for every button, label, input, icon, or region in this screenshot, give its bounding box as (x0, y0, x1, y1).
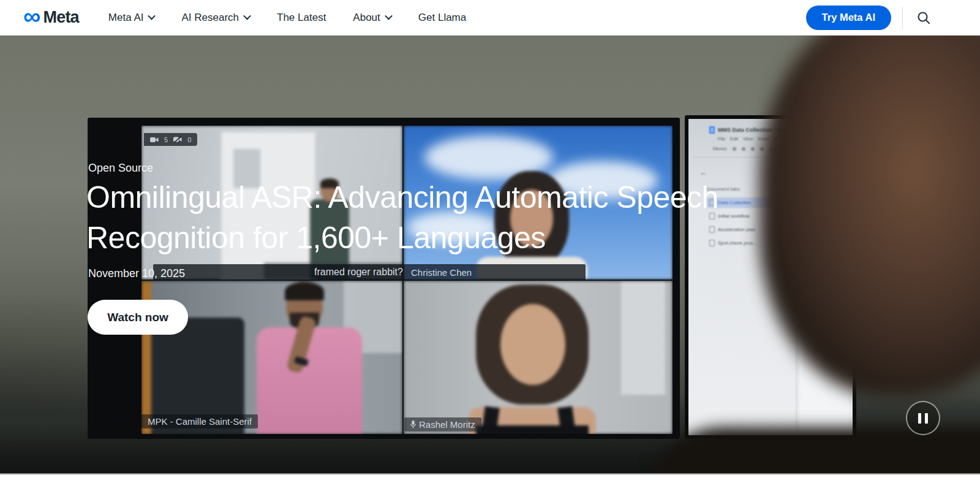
nav-links: Meta AI AI Research The Latest About Get… (108, 12, 466, 24)
pause-button[interactable] (906, 401, 940, 435)
chevron-down-icon (385, 12, 393, 20)
try-meta-ai-label: Try Meta AI (822, 12, 875, 23)
nav-item-the-latest[interactable]: The Latest (277, 12, 326, 24)
date-label: November 10, 2025 (88, 267, 185, 280)
meta-infinity-icon: ∞ (23, 7, 41, 25)
nav-item-label: About (353, 12, 380, 24)
page: ∞ Meta Meta AI AI Research The Latest Ab… (0, 0, 980, 491)
chevron-down-icon (148, 12, 156, 20)
hero-video: MMS Data Collection • QA Working Doc Fil… (0, 35, 980, 473)
nav-item-meta-ai[interactable]: Meta AI (108, 12, 155, 24)
eyebrow-label: Open Source (88, 162, 153, 175)
nav-item-get-llama[interactable]: Get Llama (418, 12, 466, 24)
meta-logo[interactable]: ∞ Meta (23, 8, 79, 27)
nav-item-label: The Latest (277, 12, 326, 24)
nav-item-ai-research[interactable]: AI Research (181, 12, 250, 24)
page-below-strip (0, 473, 980, 491)
nav-item-label: AI Research (181, 12, 239, 24)
chevron-down-icon (243, 12, 251, 20)
search-icon[interactable] (914, 8, 933, 28)
top-nav: ∞ Meta Meta AI AI Research The Latest Ab… (0, 0, 980, 36)
hero-overlay: Open Source Omnilingual ASR: Advancing A… (0, 35, 980, 473)
nav-item-label: Meta AI (108, 12, 144, 24)
watch-now-button[interactable]: Watch now (88, 300, 188, 335)
pause-icon (918, 413, 921, 424)
try-meta-ai-button[interactable]: Try Meta AI (806, 6, 891, 30)
nav-item-about[interactable]: About (353, 12, 391, 24)
pause-icon (925, 413, 928, 424)
meta-wordmark: Meta (43, 8, 79, 27)
nav-divider (902, 7, 903, 29)
page-title: Omnilingual ASR: Advancing Automatic Spe… (86, 177, 809, 258)
watch-now-label: Watch now (107, 311, 168, 324)
nav-right: Try Meta AI (806, 6, 980, 30)
nav-item-label: Get Llama (418, 12, 466, 24)
